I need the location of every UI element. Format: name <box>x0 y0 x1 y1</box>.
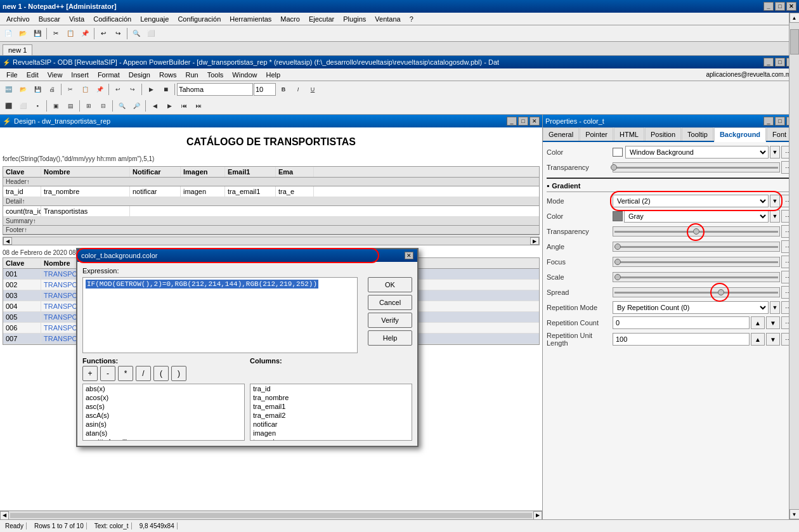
gradient-color-select[interactable]: Gray <box>624 210 769 223</box>
tb-redo[interactable]: ↪ <box>126 82 140 96</box>
scroll-left-btn[interactable]: ◀ <box>0 511 9 520</box>
tb-open[interactable]: 📂 <box>16 82 30 96</box>
props-vscroll[interactable]: ▲ ▼ <box>789 115 799 519</box>
tb-last[interactable]: ⏭ <box>192 99 205 113</box>
gradient-color-arrow-btn[interactable]: ▼ <box>770 210 780 223</box>
col-tra-id[interactable]: tra_id <box>250 384 412 393</box>
design-panel-min-btn[interactable]: _ <box>507 117 517 126</box>
columns-list[interactable]: tra_id tra_nombre tra_email1 tra_email2 … <box>250 384 412 441</box>
design-panel-close-btn[interactable]: ✕ <box>529 117 540 126</box>
expression-dialog[interactable]: color_t.background.color ✕ Expression: I… <box>76 248 419 447</box>
focus-slider[interactable] <box>613 257 780 267</box>
mode-arrow-btn[interactable]: ▼ <box>770 195 780 207</box>
pb-menu-insert[interactable]: Insert <box>67 70 93 80</box>
pb-menu-help[interactable]: Help <box>262 70 284 80</box>
lparen-btn[interactable]: ( <box>153 366 169 381</box>
tb-italic[interactable]: I <box>291 82 305 96</box>
main-h-scrollbar[interactable]: ◀ ▶ <box>0 510 542 519</box>
spread-slider[interactable] <box>613 287 780 297</box>
mode-select[interactable]: Vertical (2) None (0) Horizontal (1) Rad… <box>613 195 769 207</box>
rep-mode-arrow[interactable]: ▼ <box>770 301 780 314</box>
menu-lenguaje[interactable]: Lenguaje <box>136 14 172 24</box>
func-abs[interactable]: abs(x) <box>83 384 244 393</box>
menu-vista[interactable]: Vista <box>65 14 88 24</box>
cut-btn[interactable]: ✂ <box>49 27 63 41</box>
field-imagen[interactable]: imagen <box>181 186 225 197</box>
verify-btn[interactable]: Verify <box>368 313 412 328</box>
cancel-btn[interactable]: Cancel <box>368 295 412 310</box>
tb-new[interactable]: 🆕 <box>1 82 15 96</box>
close-btn[interactable]: ✕ <box>786 2 796 11</box>
tb-fill[interactable]: ▤ <box>63 99 77 113</box>
tb-grid[interactable]: ⊞ <box>82 99 96 113</box>
menu-help[interactable]: ? <box>406 14 417 24</box>
save-btn[interactable]: 💾 <box>30 27 44 41</box>
minus-btn[interactable]: - <box>100 366 115 381</box>
rep-unit-up-btn[interactable]: ▲ <box>751 333 765 346</box>
scale-slider[interactable] <box>613 272 780 282</box>
open-btn[interactable]: 📂 <box>16 27 30 41</box>
tb-save[interactable]: 💾 <box>30 82 44 96</box>
tb-underline[interactable]: U <box>306 82 320 96</box>
tb-tab[interactable]: ⊟ <box>96 99 110 113</box>
dialog-close-btn[interactable]: ✕ <box>405 252 413 259</box>
menu-macro[interactable]: Macro <box>276 14 304 24</box>
tb-undo[interactable]: ↩ <box>111 82 125 96</box>
rep-count-down-btn[interactable]: ▼ <box>766 316 780 329</box>
minimize-btn[interactable]: _ <box>763 2 774 11</box>
color-select[interactable]: Window Background <box>625 146 769 159</box>
tb-copy[interactable]: 📋 <box>78 82 92 96</box>
col-tra-nombre[interactable]: tra_nombre <box>250 393 412 402</box>
pb-minimize-btn[interactable]: _ <box>763 58 774 67</box>
pb-menu-edit[interactable]: Edit <box>23 70 42 80</box>
ok-btn[interactable]: OK <box>368 277 412 292</box>
func-ascA[interactable]: ascA(s) <box>83 411 244 420</box>
tb-align-left[interactable]: ⬛ <box>1 99 15 113</box>
tab-position[interactable]: Position <box>645 127 681 141</box>
func-avg[interactable]: avg(#x for all) <box>83 438 244 441</box>
paste-btn[interactable]: 📌 <box>78 27 92 41</box>
func-acos[interactable]: acos(x) <box>83 393 244 402</box>
tab-background[interactable]: Background <box>714 127 766 142</box>
expr-display[interactable]: IF(MOD(GETROW(),2)=0,RGB(212,214,144),RG… <box>82 277 358 353</box>
mul-btn[interactable]: * <box>118 366 133 381</box>
menu-configuracion[interactable]: Configuración <box>174 14 224 24</box>
functions-list[interactable]: abs(x) acos(x) asc(s) ascA(s) asin(s) at… <box>82 384 245 441</box>
rep-count-up-btn[interactable]: ▲ <box>751 316 765 329</box>
field-tra-id[interactable]: tra_id <box>3 186 41 197</box>
tb-zoom-out[interactable]: 🔍 <box>115 99 129 113</box>
menu-archivo[interactable]: Archivo <box>3 14 34 24</box>
tb-next[interactable]: ▶ <box>162 99 176 113</box>
pb-restore-btn[interactable]: □ <box>775 58 785 67</box>
field-email2[interactable]: tra_e <box>276 186 314 197</box>
font-size-input[interactable] <box>254 83 276 96</box>
maximize-btn[interactable]: □ <box>775 2 785 11</box>
menu-herramientas[interactable]: Herramientas <box>226 14 275 24</box>
tab-pointer[interactable]: Pointer <box>580 127 613 141</box>
transparency-slider[interactable] <box>613 162 780 172</box>
tb-zoom-in[interactable]: 🔎 <box>129 99 143 113</box>
rep-unit-down-btn[interactable]: ▼ <box>766 333 780 346</box>
find-btn[interactable]: 🔍 <box>129 27 143 41</box>
div-btn[interactable]: / <box>136 366 151 381</box>
tb-prev[interactable]: ◀ <box>148 99 162 113</box>
h-scrollbar[interactable]: ◀ ▶ <box>3 237 540 245</box>
angle-slider[interactable] <box>613 242 780 252</box>
tab-new1[interactable]: new 1 <box>3 44 32 55</box>
repetition-unit-input[interactable] <box>613 333 750 346</box>
tb-stop[interactable]: ⏹ <box>159 82 172 96</box>
col-tra-email2[interactable]: tra_email2 <box>250 411 412 420</box>
pb-menu-run[interactable]: Run <box>181 70 202 80</box>
func-asin[interactable]: asin(s) <box>83 420 244 429</box>
func-atan[interactable]: atan(s) <box>83 429 244 438</box>
pb-menu-format[interactable]: Format <box>94 70 124 80</box>
pb-menu-file[interactable]: File <box>3 70 22 80</box>
zoom-btn[interactable]: ⬜ <box>144 27 158 41</box>
menu-plugins[interactable]: Plugins <box>339 14 370 24</box>
pb-menu-view[interactable]: View <box>44 70 67 80</box>
plus-btn[interactable]: + <box>82 366 98 381</box>
tb-print[interactable]: 🖨 <box>45 82 59 96</box>
pb-menu-design[interactable]: Design <box>125 70 154 80</box>
gradient-transparency-slider[interactable] <box>613 226 780 237</box>
color-arrow-btn[interactable]: ▼ <box>770 146 780 159</box>
